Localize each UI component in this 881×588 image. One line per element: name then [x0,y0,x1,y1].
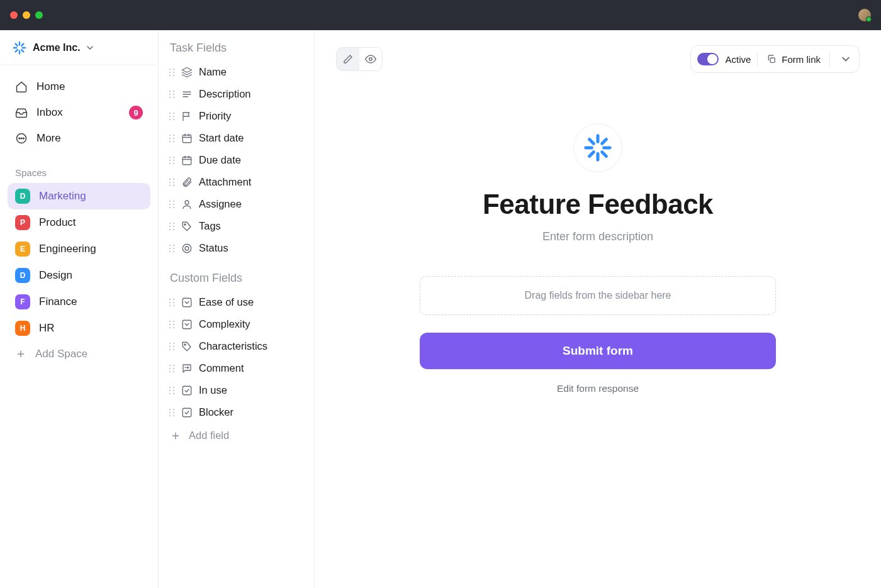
form-link-button[interactable]: Form link [764,54,823,65]
svg-point-31 [173,112,174,113]
submit-form-button[interactable]: Submit form [420,333,776,369]
form-title[interactable]: Feature Feedback [483,189,713,220]
preview-view-button[interactable] [359,48,382,70]
svg-point-94 [173,323,174,325]
svg-point-110 [173,370,174,372]
svg-point-91 [169,320,171,321]
task-fields-label: Task Fields [165,42,308,61]
edit-response-link[interactable]: Edit form response [557,383,639,394]
field-in-use[interactable]: In use [165,379,308,401]
field-ease-of-use[interactable]: Ease of use [165,291,308,313]
space-item-hr[interactable]: HHR [8,315,150,341]
field-characteristics[interactable]: Characteristics [165,335,308,357]
field-label: Tags [199,220,221,232]
field-name[interactable]: Name [165,61,308,83]
svg-point-77 [173,244,174,245]
svg-point-101 [173,345,174,347]
svg-point-74 [173,228,174,230]
svg-point-50 [169,162,171,164]
window-close-button[interactable] [10,11,18,19]
svg-point-14 [169,68,171,69]
calendar-icon [181,133,193,144]
space-item-marketing[interactable]: DMarketing [8,183,150,209]
text-icon [181,89,193,100]
checkbox-icon [181,407,193,418]
field-assignee[interactable]: Assignee [165,193,308,215]
svg-point-100 [169,345,171,347]
svg-point-75 [184,223,186,225]
field-tags[interactable]: Tags [165,215,308,237]
svg-point-86 [169,301,171,302]
svg-point-57 [173,178,174,179]
field-label: Name [199,66,227,78]
svg-point-85 [173,298,174,299]
svg-line-137 [602,152,607,157]
drag-handle-icon [169,342,175,351]
field-label: Start date [199,132,244,144]
field-blocker[interactable]: Blocker [165,401,308,423]
field-label: Complexity [199,318,250,330]
add-field-button[interactable]: Add field [165,423,308,448]
nav-home[interactable]: Home [8,74,150,99]
user-avatar[interactable] [858,9,871,21]
nav-label: Home [36,80,65,93]
window-maximize-button[interactable] [35,11,43,19]
svg-rect-127 [182,408,191,417]
svg-rect-52 [182,157,191,164]
space-label: Product [39,216,76,229]
svg-point-33 [173,115,174,116]
svg-point-125 [169,414,171,416]
field-description[interactable]: Description [165,83,308,105]
field-start-date[interactable]: Start date [165,127,308,149]
svg-point-108 [173,367,174,369]
copy-icon [766,54,777,64]
drag-handle-icon [169,244,175,253]
space-item-engineering[interactable]: EEngineering [8,236,150,262]
nav-more[interactable]: More [8,126,150,151]
form-desc-placeholder[interactable]: Enter form description [542,230,653,243]
space-item-finance[interactable]: FFinance [8,289,150,315]
field-status[interactable]: Status [165,237,308,259]
svg-point-104 [184,343,186,345]
svg-point-22 [173,90,174,91]
workspace-switcher[interactable]: Acme Inc. [0,30,158,65]
toolbar: Active Form link [315,30,881,73]
field-priority[interactable]: Priority [165,105,308,127]
space-badge: D [15,268,30,283]
space-item-product[interactable]: PProduct [8,209,150,236]
pencil-icon [343,54,353,64]
field-comment[interactable]: Comment [165,357,308,379]
drag-handle-icon [169,68,175,77]
sidebar-fields: Task Fields NameDescriptionPriorityStart… [159,30,315,588]
svg-point-69 [169,222,171,223]
nav-inbox[interactable]: Inbox 9 [8,99,150,126]
add-space-button[interactable]: Add Space [8,341,150,367]
field-attachment[interactable]: Attachment [165,171,308,193]
field-drop-zone[interactable]: Drag fields from the sidebar here [420,276,776,315]
add-space-label: Add Space [35,348,87,360]
titlebar [0,0,881,30]
svg-point-114 [169,386,171,387]
chevron-down-icon [842,57,850,62]
add-field-label: Add field [189,430,229,441]
drag-handle-icon [169,134,175,143]
field-label: Due date [199,154,241,166]
toolbar-more-button[interactable] [836,50,855,69]
field-complexity[interactable]: Complexity [165,313,308,335]
form-logo[interactable] [573,123,622,172]
space-label: HR [39,322,55,335]
svg-point-130 [369,58,373,61]
space-label: Finance [39,296,77,308]
edit-view-button[interactable] [337,48,359,70]
window-minimize-button[interactable] [23,11,30,19]
active-toggle[interactable] [697,53,719,65]
svg-point-46 [169,156,171,157]
svg-point-47 [173,156,174,157]
field-due-date[interactable]: Due date [165,149,308,171]
space-item-design[interactable]: DDesign [8,262,150,289]
field-label: Ease of use [199,296,254,308]
svg-point-70 [173,222,174,223]
svg-point-68 [185,201,189,204]
svg-point-122 [173,408,174,409]
form-canvas: Feature Feedback Enter form description … [315,73,881,394]
